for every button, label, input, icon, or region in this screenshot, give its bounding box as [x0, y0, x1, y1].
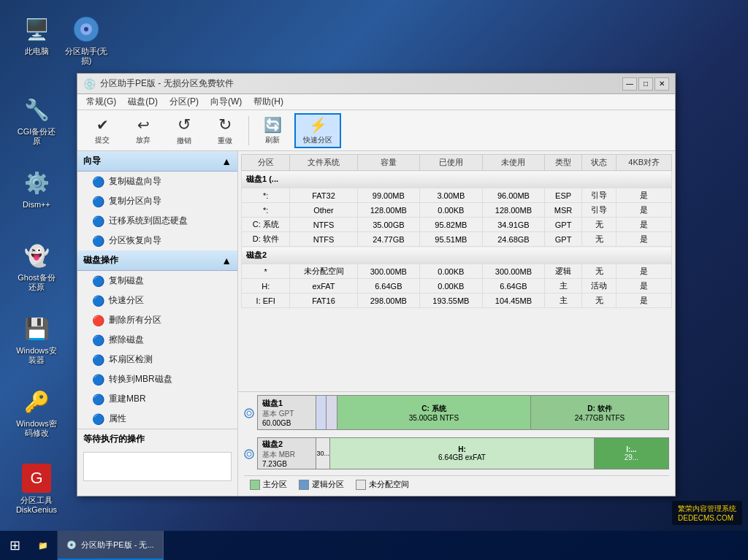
disk1-viz-icon — [244, 408, 254, 420]
window-title: 分区助手PE版 - 无损分区免费软件 — [100, 77, 622, 90]
col-status: 状态 — [581, 155, 616, 171]
sidebar-item-copy-disk[interactable]: 🔵 复制磁盘向导 — [77, 172, 237, 191]
cgi-label: CGI备份还原 — [15, 127, 58, 146]
menu-partition[interactable]: 分区(P) — [164, 94, 205, 110]
sidebar: 向导 ▲ 🔵 复制磁盘向导 🔵 复制分区向导 🔵 迁移系统到固态硬盘 🔵 分区恢… — [77, 151, 238, 496]
menu-disk[interactable]: 磁盘(D) — [122, 94, 164, 110]
desktop-icon-dism[interactable]: ⚙️ Dism++ — [15, 168, 58, 210]
svg-point-2 — [84, 27, 88, 31]
disk1-type: 基本 GPT — [262, 409, 311, 419]
desktop-icon-winpw[interactable]: 🔑 Windows密码修改 — [15, 387, 58, 438]
desktop-icon-partition[interactable]: 分区助手(无损) — [64, 15, 108, 66]
sidebar-item-bad-sector[interactable]: 🔵 坏扇区检测 — [77, 350, 237, 369]
sidebar-item-recover-partition[interactable]: 🔵 分区恢复向导 — [77, 231, 237, 250]
discard-button[interactable]: ↩ 放弃 — [124, 113, 162, 148]
taskbar-app-label: 分区助手PE版 - 无... — [81, 540, 154, 551]
quick-partition-button[interactable]: ⚡ 快速分区 — [294, 113, 341, 148]
table-row[interactable]: H: exFAT 6.64GB 0.00KB 6.64GB 主 活动 是 — [242, 279, 672, 294]
sidebar-item-delete-all-parts[interactable]: 🔴 删除所有分区 — [77, 310, 237, 330]
taskbar-partition-app[interactable]: 💿 分区助手PE版 - 无... — [58, 531, 164, 560]
legend-primary: 主分区 — [250, 479, 287, 490]
sidebar-item-convert-mbr[interactable]: 🔵 转换到MBR磁盘 — [77, 369, 237, 389]
disk-ops-section-header[interactable]: 磁盘操作 ▲ — [77, 250, 237, 271]
partition-table-area: 分区 文件系统 容量 已使用 未使用 类型 状态 4KB对齐 磁盘1 (... — [238, 151, 675, 391]
disk1-part-msr[interactable] — [327, 396, 337, 429]
menu-help[interactable]: 帮助(H) — [248, 94, 289, 110]
table-row[interactable]: * 未分配空间 300.00MB 0.00KB 300.00MB 逻辑 无 是 — [242, 264, 672, 279]
desktop-icon-diskgenius[interactable]: G 分区工具DiskGenius — [15, 464, 58, 515]
maximize-button[interactable]: □ — [638, 77, 653, 91]
sidebar-item-properties[interactable]: 🔵 属性 — [77, 409, 237, 429]
disk2-part-i[interactable]: I:... 29... — [595, 438, 668, 469]
sidebar-item-copy-partition[interactable]: 🔵 复制分区向导 — [77, 191, 237, 211]
desktop-icon-cgi[interactable]: 🔧 CGI备份还原 — [15, 95, 58, 146]
main-window: 💿 分区助手PE版 - 无损分区免费软件 — □ ✕ 常规(G) 磁盘(D) 分… — [77, 73, 676, 496]
menu-general[interactable]: 常规(G) — [80, 94, 122, 110]
disk2-info: 磁盘2 基本 MBR 7.23GB — [258, 438, 316, 469]
diskgenius-label: 分区工具DiskGenius — [15, 496, 58, 515]
cgi-icon: 🔧 — [22, 95, 51, 124]
submit-button[interactable]: ✔ 提交 — [83, 113, 121, 148]
disk1-part-esp[interactable] — [316, 396, 327, 429]
disk2-viz-row: 磁盘2 基本 MBR 7.23GB 30... H: 6.64GB exFAT — [244, 437, 669, 472]
minimize-button[interactable]: — — [622, 77, 637, 91]
disk1-part-c[interactable]: C: 系统 35.00GB NTFS — [337, 396, 531, 429]
legend-logical: 逻辑分区 — [299, 479, 344, 490]
col-free: 未使用 — [482, 155, 545, 171]
disk2-header: 磁盘2 — [242, 247, 672, 264]
close-button[interactable]: ✕ — [654, 77, 669, 91]
content-area: 向导 ▲ 🔵 复制磁盘向导 🔵 复制分区向导 🔵 迁移系统到固态硬盘 🔵 分区恢… — [77, 151, 675, 496]
table-row[interactable]: *: FAT32 99.00MB 3.00MB 96.00MB ESP 引导 是 — [242, 188, 672, 203]
sidebar-item-rebuild-mbr[interactable]: 🔵 重建MBR — [77, 389, 237, 409]
sidebar-item-wipe-disk[interactable]: 🔵 擦除磁盘 — [77, 330, 237, 350]
copy-partition-icon: 🔵 — [92, 196, 104, 207]
refresh-button[interactable]: 🔄 刷新 — [253, 113, 291, 148]
disk-ops-collapse-icon[interactable]: ▲ — [221, 255, 232, 266]
cell-fs: FAT32 — [290, 188, 357, 203]
col-partition: 分区 — [242, 155, 290, 171]
menu-wizard[interactable]: 向导(W) — [205, 94, 248, 110]
legend-unalloc-label: 未分配空间 — [369, 479, 409, 490]
wininstall-label: Windows安装器 — [15, 346, 58, 365]
quick-partition-op-icon: 🔵 — [92, 295, 104, 307]
taskbar-file-explorer[interactable]: 📁 — [29, 531, 58, 560]
legend-primary-label: 主分区 — [263, 479, 287, 490]
table-row[interactable]: D: 软件 NTFS 24.77GB 95.51MB 24.68GB GPT 无… — [242, 232, 672, 247]
disk2-h-label: H: — [458, 445, 466, 453]
ghost-label: Ghost备份还原 — [15, 273, 58, 292]
disk1-viz-row: 磁盘1 基本 GPT 60.00GB C: 系统 35.00GB NTFS — [244, 395, 669, 433]
delete-all-parts-icon: 🔴 — [92, 315, 104, 326]
disk2-h-sublabel: 6.64GB exFAT — [438, 453, 486, 461]
partition-icon — [72, 15, 101, 44]
wizard-collapse-icon[interactable]: ▲ — [221, 156, 232, 167]
dism-label: Dism++ — [23, 200, 50, 210]
legend-logical-color — [299, 480, 309, 490]
sidebar-item-migrate-ssd[interactable]: 🔵 迁移系统到固态硬盘 — [77, 211, 237, 231]
disk2-part-h[interactable]: H: 6.64GB exFAT — [330, 438, 595, 469]
disk2-parts-row: 30... H: 6.64GB exFAT I:... 29... — [316, 438, 668, 469]
title-bar: 💿 分区助手PE版 - 无损分区免费软件 — □ ✕ — [77, 74, 675, 94]
cell-type: ESP — [545, 188, 582, 203]
disk1-part-d[interactable]: D: 软件 24.77GB NTFS — [531, 396, 668, 429]
dism-icon: ⚙️ — [22, 168, 51, 197]
undo-button[interactable]: ↺ 撤销 — [165, 113, 203, 148]
disk1-header: 磁盘1 (... — [242, 171, 672, 188]
wizard-section-header[interactable]: 向导 ▲ — [77, 151, 237, 172]
sidebar-item-copy-disk-op[interactable]: 🔵 复制磁盘 — [77, 271, 237, 291]
start-button[interactable]: ⊞ — [0, 531, 29, 560]
redo-button[interactable]: ↻ 重做 — [206, 113, 244, 148]
table-row[interactable]: C: 系统 NTFS 35.00GB 95.82MB 34.91GB GPT 无… — [242, 218, 672, 232]
desktop-icon-wininstall[interactable]: 💾 Windows安装器 — [15, 314, 58, 365]
toolbar: ✔ 提交 ↩ 放弃 ↺ 撤销 ↻ 重做 🔄 刷新 ⚡ 快速分区 — [77, 110, 675, 151]
desktop-icon-ghost[interactable]: 👻 Ghost备份还原 — [15, 241, 58, 292]
disk2-unalloc-label: 30... — [316, 450, 329, 457]
desktop-icon-this-pc[interactable]: 🖥️ 此电脑 — [15, 15, 58, 56]
watermark-line2: DEDECMS.COM — [678, 514, 736, 522]
table-row[interactable]: *: Other 128.00MB 0.00KB 128.00MB MSR 引导… — [242, 203, 672, 218]
diskgenius-icon: G — [22, 464, 51, 493]
cell-status: 引导 — [581, 188, 616, 203]
sidebar-item-quick-partition-op[interactable]: 🔵 快速分区 — [77, 291, 237, 310]
disk2-part-unalloc[interactable]: 30... — [316, 438, 330, 469]
table-row[interactable]: I: EFI FAT16 298.00MB 193.55MB 104.45MB … — [242, 294, 672, 308]
col-4kb: 4KB对齐 — [617, 155, 672, 171]
